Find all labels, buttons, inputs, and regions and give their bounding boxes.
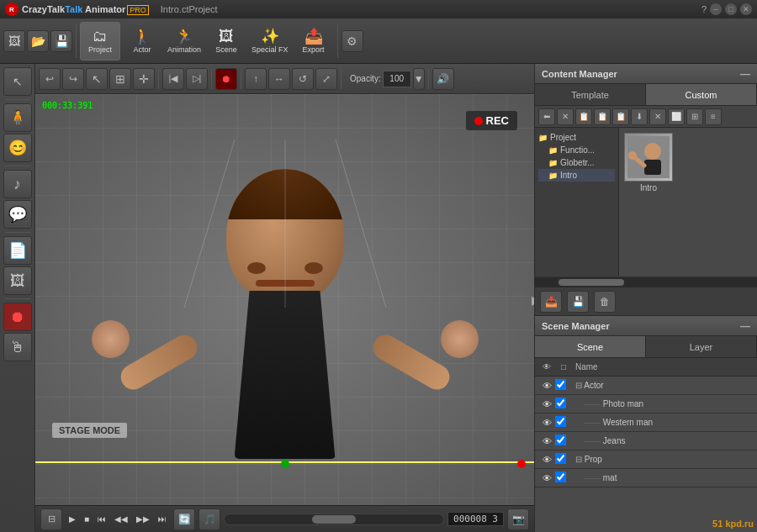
minimize-button[interactable]: –: [710, 3, 722, 15]
main-toolbar: 🖼 📂 💾 🗂 Project 🚶 Actor 🏃 Animation 🖼 Sc…: [0, 18, 757, 64]
sidebar-btn-face[interactable]: 😊: [3, 134, 32, 162]
sidebar-sep-4: [5, 298, 30, 299]
forward-button[interactable]: ▶▶: [133, 513, 153, 525]
scene-row-mat[interactable]: 👁 —— mat: [535, 469, 757, 487]
opacity-input[interactable]: [383, 71, 411, 87]
eye-prop[interactable]: 👁: [538, 455, 555, 465]
play-button[interactable]: ▶: [66, 513, 79, 525]
move-tool-button[interactable]: ✛: [133, 68, 155, 90]
asset-item-intro[interactable]: Intro: [624, 133, 673, 192]
check-prop[interactable]: [555, 453, 572, 466]
prev-frame-button[interactable]: ⏮: [94, 513, 109, 525]
next-frame-button[interactable]: ⏭: [155, 513, 170, 525]
undo-button[interactable]: ↩: [39, 68, 61, 90]
region-select-button[interactable]: ⊞: [109, 68, 131, 90]
tree-item-functio[interactable]: 📁 Functio...: [538, 144, 615, 156]
timeline-view-button[interactable]: ⊟: [40, 508, 62, 530]
scene-row-photo-man[interactable]: 👁 —— Photo man: [535, 395, 757, 413]
content-delete-button[interactable]: 🗑: [594, 291, 616, 313]
scene-manager-close[interactable]: —: [740, 320, 750, 332]
ct-delete-button[interactable]: ✕: [557, 108, 574, 125]
tab-scene[interactable]: 🖼 Scene: [206, 22, 246, 61]
timeline-scrollbar[interactable]: [224, 514, 444, 525]
sidebar-btn-music[interactable]: ♪: [3, 170, 32, 198]
move-up-button[interactable]: ↑: [245, 68, 267, 90]
ct-view-button-1[interactable]: ⬜: [668, 108, 685, 125]
maximize-button[interactable]: □: [725, 3, 737, 15]
opacity-dropdown-button[interactable]: ▼: [413, 68, 425, 90]
help-button[interactable]: ?: [701, 4, 707, 14]
check-western-man[interactable]: [555, 416, 572, 429]
rotate-cw-button[interactable]: ↺: [292, 68, 314, 90]
camera-button[interactable]: 📷: [507, 508, 529, 530]
stop-button[interactable]: ■: [81, 513, 93, 525]
scene-row-western-man[interactable]: 👁 —— Western man: [535, 413, 757, 432]
char-head: [226, 169, 344, 303]
scene-row-prop[interactable]: 👁 ⊟ Prop: [535, 450, 757, 469]
tab-template[interactable]: Template: [535, 84, 646, 105]
scene-row-actor[interactable]: 👁 ⊟ Actor: [535, 377, 757, 395]
sidebar-btn-cursor[interactable]: ↖: [3, 67, 32, 96]
volume-button[interactable]: 🔊: [432, 68, 454, 90]
tab-scene-view[interactable]: Scene: [535, 336, 646, 357]
record-main-button[interactable]: ⏺: [215, 68, 237, 90]
toolbar-icon-btn-2[interactable]: 📂: [27, 30, 49, 52]
tab-custom[interactable]: Custom: [646, 84, 757, 105]
tab-project[interactable]: 🗂 Project: [80, 22, 120, 61]
ct-view-button-3[interactable]: ≡: [705, 108, 722, 125]
tab-export[interactable]: 📤 Export: [294, 22, 334, 61]
scene-row-jeans[interactable]: 👁 —— Jeans: [535, 432, 757, 450]
check-actor[interactable]: [555, 379, 572, 392]
content-save-button[interactable]: 💾: [567, 291, 589, 313]
scene-body: 👁 □ Name 👁 ⊟ Actor �: [535, 358, 757, 532]
tab-layer-view[interactable]: Layer: [646, 336, 757, 357]
eye-photo-man[interactable]: 👁: [538, 399, 555, 409]
eye-mat[interactable]: 👁: [538, 473, 555, 483]
sidebar-btn-picture[interactable]: 🖼: [3, 266, 32, 295]
eye-jeans[interactable]: 👁: [538, 436, 555, 446]
check-photo-man[interactable]: [555, 398, 572, 410]
ct-view-button-2[interactable]: ⊞: [686, 108, 703, 125]
ct-copy-button-1[interactable]: 📋: [575, 108, 592, 125]
eye-actor[interactable]: 👁: [538, 381, 555, 391]
close-button[interactable]: ✕: [740, 3, 752, 15]
ct-copy-button-2[interactable]: 📋: [594, 108, 611, 125]
tree-item-intro[interactable]: 📁 Intro: [538, 169, 615, 182]
play-key-button[interactable]: ▷|: [186, 68, 208, 90]
redo-button[interactable]: ↪: [62, 68, 84, 90]
sidebar-btn-text[interactable]: 📄: [3, 236, 32, 265]
toolbar-icon-btn-3[interactable]: 💾: [50, 30, 72, 52]
loop-button[interactable]: 🔄: [173, 508, 195, 530]
timecode-display: 000:33:391: [42, 101, 93, 110]
sidebar-btn-body[interactable]: 🧍: [3, 103, 32, 132]
tab-animation[interactable]: 🏃 Animation: [164, 22, 204, 61]
ct-back-button[interactable]: ⬅: [538, 108, 555, 125]
eye-western-man[interactable]: 👁: [538, 418, 555, 428]
scale-button[interactable]: ⤢: [315, 68, 337, 90]
tab-specialfx[interactable]: ✨ Special FX: [248, 22, 292, 61]
prev-key-button[interactable]: |◀: [162, 68, 184, 90]
select-tool-button[interactable]: ↖: [86, 68, 108, 90]
ct-copy-button-3[interactable]: 📋: [612, 108, 629, 125]
tree-item-globetr[interactable]: 📁 Globetr...: [538, 156, 615, 169]
toolbar-settings-btn[interactable]: ⚙: [341, 30, 363, 52]
music-button[interactable]: 🎵: [199, 508, 220, 530]
sidebar-btn-record[interactable]: ⏺: [3, 303, 32, 331]
content-hscrollbar[interactable]: [535, 277, 757, 287]
ct-remove-button[interactable]: ✕: [649, 108, 666, 125]
character-actor[interactable]: [167, 140, 403, 459]
rec-badge: REC: [466, 111, 517, 130]
content-import-button[interactable]: 📥: [540, 291, 562, 313]
rewind-button[interactable]: ◀◀: [111, 513, 131, 525]
check-mat[interactable]: [555, 471, 572, 484]
tab-actor[interactable]: 🚶 Actor: [122, 22, 162, 61]
sidebar-btn-pointer[interactable]: 🖱: [3, 333, 32, 361]
move-horiz-button[interactable]: ↔: [268, 68, 290, 90]
expand-arrow[interactable]: ▶: [532, 293, 534, 307]
tree-item-project[interactable]: 📁 Project: [538, 131, 615, 144]
content-manager-close[interactable]: —: [740, 68, 750, 80]
toolbar-icon-btn-1[interactable]: 🖼: [3, 30, 25, 52]
ct-download-button[interactable]: ⬇: [631, 108, 648, 125]
check-jeans[interactable]: [555, 435, 572, 447]
sidebar-btn-speech[interactable]: 💬: [3, 200, 32, 229]
